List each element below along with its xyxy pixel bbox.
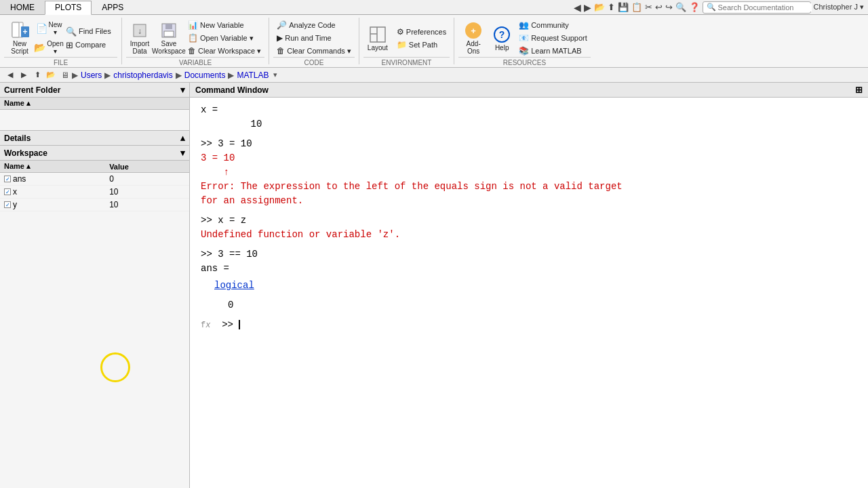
help-button[interactable]: ? Help xyxy=(490,19,514,57)
learn-matlab-button[interactable]: 📚 Learn MATLAB xyxy=(515,45,591,57)
command-window-undock-btn[interactable]: ⊞ xyxy=(855,85,863,95)
breadcrumb-item-christopherdavis[interactable]: christopherdavis xyxy=(113,70,172,80)
toolbar-icon-11[interactable]: ❓ xyxy=(689,2,700,12)
current-folder-collapse-btn[interactable]: ▾ xyxy=(180,85,185,95)
clear-workspace-button[interactable]: 🗑 Clear Workspace ▾ xyxy=(184,45,264,57)
clear-commands-button[interactable]: 🗑 Clear Commands ▾ xyxy=(273,45,355,57)
svg-text:+: + xyxy=(471,26,476,36)
request-support-button[interactable]: 📧 Request Support xyxy=(515,32,591,44)
breadcrumb-item-documents[interactable]: Documents xyxy=(184,70,226,80)
ws-var-name: x xyxy=(13,187,17,197)
save-workspace-button[interactable]: SaveWorkspace xyxy=(155,19,183,57)
ws-col-value[interactable]: Value xyxy=(105,161,189,173)
compare-label: Compare xyxy=(75,41,106,49)
toolbar-icon-5[interactable]: 💾 xyxy=(618,2,629,12)
folder-col-name[interactable]: Name ▴ xyxy=(4,99,31,108)
clear-ws-icon: 🗑 xyxy=(188,46,196,56)
tab-home[interactable]: HOME xyxy=(0,0,45,14)
analyze-code-button[interactable]: 🔎 Analyze Code xyxy=(273,19,355,31)
search-box[interactable]: 🔍 xyxy=(703,1,811,14)
addons-button[interactable]: + Add-Ons xyxy=(458,19,488,57)
tab-plots[interactable]: PLOTS xyxy=(45,1,92,15)
toolbar-icon-8[interactable]: ↩ xyxy=(655,2,663,12)
ribbon-section-environment: Layout ⚙ Preferences 📁 Set Path ENVIRONM… xyxy=(359,18,454,64)
open-variable-button[interactable]: 📋 Open Variable ▾ xyxy=(184,32,264,44)
ws-var-name: y xyxy=(13,200,17,209)
ws-var-name: ans xyxy=(13,174,26,184)
cmd-section-xeqz: >> x = z Undefined function or variable … xyxy=(201,214,857,242)
toolbar-icon-10[interactable]: 🔍 xyxy=(675,2,686,12)
new-var-icon: 📊 xyxy=(188,20,198,30)
top-menu-bar: HOME PLOTS APPS ◀ ▶ 📂 ⬆ 💾 📋 ✂ ↩ ↪ 🔍 ❓ 🔍 … xyxy=(0,0,868,15)
cmd-section-x-assign: x = 10 xyxy=(201,103,857,131)
command-content[interactable]: x = 10 >> 3 = 10 3 = 10 ↑ Error: The exp… xyxy=(190,98,868,488)
open-button[interactable]: 📂 Open ▾ xyxy=(37,39,61,56)
community-button[interactable]: 👥 Community xyxy=(515,19,591,31)
table-row: ans 0 xyxy=(0,173,189,186)
preferences-button[interactable]: ⚙ Preferences xyxy=(393,26,450,38)
code-section-label: CODE xyxy=(273,57,355,66)
run-and-time-button[interactable]: ▶ Run and Time xyxy=(273,32,355,44)
toolbar-icon-9[interactable]: ↪ xyxy=(665,2,673,12)
analyze-icon: 🔎 xyxy=(277,20,287,30)
ws-col-name[interactable]: Name ▴ xyxy=(0,161,105,173)
nav-up-button[interactable]: ⬆ xyxy=(31,69,43,81)
prefs-label: Preferences xyxy=(406,28,446,36)
addons-icon: + xyxy=(464,21,483,40)
table-row: y 10 xyxy=(0,199,189,211)
new-variable-button[interactable]: 📊 New Variable xyxy=(184,19,264,31)
ws-checkbox[interactable] xyxy=(4,201,11,208)
cmd-section-error1: >> 3 = 10 3 = 10 ↑ Error: The expression… xyxy=(201,137,857,208)
cmd-arrow-indicator: ↑ xyxy=(201,165,857,180)
toolbar-icon-4[interactable]: ⬆ xyxy=(608,2,615,12)
learn-icon: 📚 xyxy=(519,46,529,56)
breadcrumb-nav-buttons: ◀ ▶ ⬆ 📂 xyxy=(4,69,57,81)
ribbon-file-buttons: + NewScript 📄 New ▾ 📂 Open ▾ 🔍 Find xyxy=(4,19,115,57)
import-data-button[interactable]: ↓ ImportData xyxy=(126,19,153,57)
search-icon: 🔍 xyxy=(707,3,716,12)
details-header[interactable]: Details ▴ xyxy=(0,131,189,145)
breadcrumb-bar: ◀ ▶ ⬆ 📂 🖥 ▶ Users ▶ christopherdavis ▶ D… xyxy=(0,68,868,83)
cmd-logical-link[interactable]: logical xyxy=(214,280,254,291)
import-label: ImportData xyxy=(130,40,149,55)
ws-checkbox[interactable] xyxy=(4,176,11,182)
left-panel: Current Folder ▾ Name ▴ Details ▴ Worksp… xyxy=(0,83,190,488)
nav-back-button[interactable]: ◀ xyxy=(4,69,16,81)
ribbon-env-buttons: Layout ⚙ Preferences 📁 Set Path xyxy=(363,19,450,57)
breadcrumb-item-users[interactable]: Users xyxy=(81,70,102,80)
tab-apps[interactable]: APPS xyxy=(92,0,134,14)
ws-checkbox[interactable] xyxy=(4,188,11,195)
find-files-button[interactable]: 🔍 Find Files xyxy=(62,25,115,37)
svg-rect-9 xyxy=(370,27,385,42)
set-path-button[interactable]: 📁 Set Path xyxy=(393,39,450,51)
find-files-label: Find Files xyxy=(79,27,111,35)
toolbar-icon-2[interactable]: ▶ xyxy=(584,2,591,13)
toolbar-icon-3[interactable]: 📂 xyxy=(594,2,605,12)
breadcrumb-dropdown-btn[interactable]: ▾ xyxy=(273,70,277,79)
file-section-label: FILE xyxy=(4,57,117,66)
breadcrumb-item-matlab[interactable]: MATLAB xyxy=(237,70,269,80)
open-variable-label: Open Variable ▾ xyxy=(200,34,254,43)
toolbar-icon-7[interactable]: ✂ xyxy=(645,2,652,12)
cmd-error-undef: Undefined function or variable 'z'. xyxy=(201,228,857,242)
cmd-cursor xyxy=(239,320,240,329)
nav-browse-button[interactable]: 📂 xyxy=(45,69,57,81)
addons-label: Add-Ons xyxy=(460,40,486,55)
workspace-menu-btn[interactable]: ▾ xyxy=(180,148,185,158)
toolbar-icon-1[interactable]: ◀ xyxy=(574,2,581,13)
toolbar-icon-6[interactable]: 📋 xyxy=(631,2,642,12)
user-label[interactable]: Christopher J ▾ xyxy=(814,3,864,12)
compare-icon: ⊞ xyxy=(66,40,73,50)
layout-button[interactable]: Layout xyxy=(363,19,392,57)
analyze-label: Analyze Code xyxy=(289,21,336,29)
nav-forward-button[interactable]: ▶ xyxy=(18,69,30,81)
workspace-header: Workspace ▾ xyxy=(0,146,189,161)
search-input[interactable] xyxy=(718,3,812,12)
new-button[interactable]: 📄 New ▾ xyxy=(37,20,61,37)
ws-cell-value: 10 xyxy=(105,186,189,199)
new-script-button[interactable]: + NewScript xyxy=(4,19,35,57)
compare-button[interactable]: ⊞ Compare xyxy=(62,39,115,51)
svg-rect-1 xyxy=(12,22,19,37)
cmd-bottom-prompt: fx >> xyxy=(201,318,857,332)
new-script-icon: + xyxy=(10,21,29,40)
